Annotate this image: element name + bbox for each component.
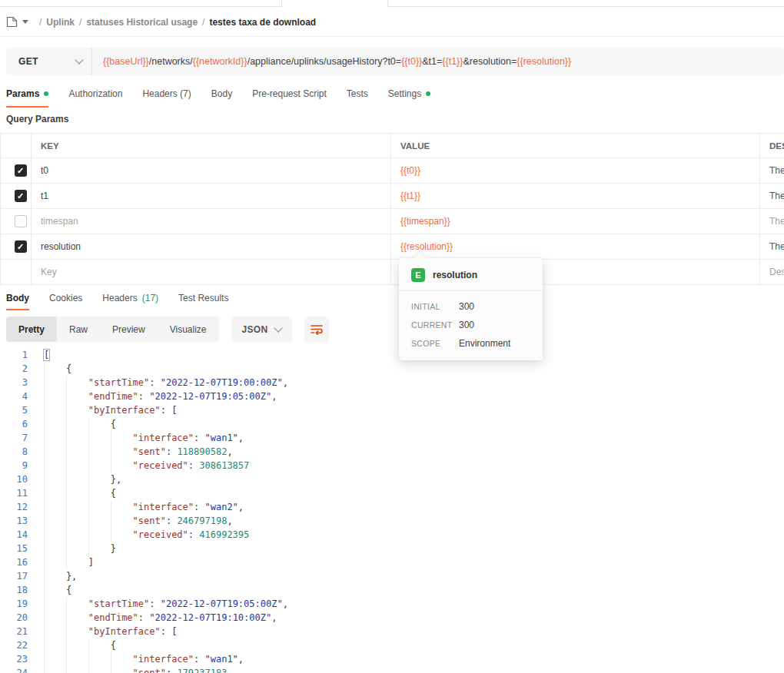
- response-body-code[interactable]: 1[2{3"startTime": "2022-12-07T19:00:00Z"…: [0, 348, 784, 673]
- indent-guide: [66, 417, 88, 431]
- response-tab-test-results[interactable]: Test Results: [178, 292, 228, 310]
- checkbox-checked[interactable]: ✓: [15, 190, 27, 202]
- param-description-cell[interactable]: The b: [760, 158, 784, 184]
- response-tab-cookies[interactable]: Cookies: [49, 292, 82, 310]
- line-number: 11: [0, 486, 28, 500]
- json-string: "2022-12-07T19:00:00Z": [161, 377, 283, 388]
- query-params-table: KEY VALUE DESCRIPTION ✓t0{{t0}}The b✓t1{…: [0, 133, 784, 285]
- json-key: "startTime": [88, 598, 149, 609]
- checkbox-unchecked[interactable]: [15, 215, 27, 227]
- indent-guide: [111, 445, 133, 459]
- request-method-select[interactable]: GET: [6, 48, 92, 75]
- indent-guide: [44, 638, 66, 652]
- file-menu-caret-icon[interactable]: [22, 20, 28, 24]
- param-key-cell[interactable]: resolution: [32, 234, 391, 260]
- code-line: 2{: [0, 362, 784, 376]
- checkbox-checked[interactable]: ✓: [15, 240, 27, 253]
- json-key: "endTime": [88, 612, 138, 623]
- param-row: timespan{{timespan}}The t: [1, 209, 784, 234]
- param-value-cell[interactable]: {{timespan}}: [391, 209, 760, 234]
- param-description-cell[interactable]: Description: [760, 260, 784, 285]
- header-count: (17): [142, 293, 158, 303]
- tab-params[interactable]: Params: [6, 86, 48, 108]
- code-line: 21"byInterface": [: [0, 625, 784, 638]
- indent-guide: [88, 652, 111, 666]
- line-number: 23: [0, 652, 28, 666]
- breadcrumb-separator: /: [79, 17, 81, 28]
- indent-guide: [44, 528, 66, 542]
- indent-guide: [44, 445, 66, 459]
- tab-authorization[interactable]: Authorization: [68, 86, 122, 108]
- variable-tooltip: E resolution INITIAL300CURRENT300SCOPEEn…: [399, 258, 543, 360]
- indent-guide: [44, 362, 66, 376]
- json-string: "2022-12-07T19:05:00Z": [161, 598, 283, 609]
- indent-guide: [111, 500, 133, 514]
- tooltip-row-value: 300: [459, 320, 474, 330]
- code-line-text: },: [44, 569, 77, 583]
- checkbox-cell: [1, 209, 32, 234]
- indent-guide: [44, 390, 66, 403]
- response-format-select[interactable]: JSON: [231, 317, 293, 342]
- url-input[interactable]: {{baseUrl}}/networks/{{networkId}}/appli…: [92, 48, 784, 75]
- indent-guide: [66, 597, 88, 611]
- indent-guide: [66, 555, 88, 569]
- indent-guide: [88, 500, 111, 514]
- view-pretty[interactable]: Pretty: [6, 317, 57, 342]
- view-raw[interactable]: Raw: [57, 317, 100, 342]
- checkbox-checked[interactable]: ✓: [15, 164, 27, 177]
- indent-guide: [111, 459, 133, 472]
- indent-guide: [44, 625, 66, 638]
- param-key-cell[interactable]: timespan: [32, 209, 391, 234]
- indent-guide: [66, 652, 88, 666]
- view-preview[interactable]: Preview: [100, 317, 158, 342]
- indent-guide: [66, 500, 88, 514]
- code-line: 7"interface": "wan1",: [0, 431, 784, 445]
- wrap-lines-button[interactable]: [304, 317, 329, 342]
- breadcrumb-segment-testes-taxa-de-download[interactable]: testes taxa de download: [209, 17, 316, 28]
- tab-body[interactable]: Body: [211, 86, 232, 108]
- response-tab-headers[interactable]: Headers(17): [102, 292, 158, 310]
- tab-settings[interactable]: Settings: [388, 86, 430, 108]
- breadcrumb-segment-uplink[interactable]: Uplink: [46, 17, 75, 28]
- tab-label: Headers (7): [142, 88, 191, 99]
- view-visualize[interactable]: Visualize: [158, 317, 219, 342]
- line-number: 16: [0, 555, 28, 569]
- environment-badge-icon: E: [411, 268, 425, 282]
- line-number: 9: [0, 459, 28, 472]
- code-line-text: "received": 308613857: [44, 459, 249, 472]
- tooltip-row-value: Environment: [459, 338, 510, 349]
- param-key-cell[interactable]: t1: [32, 184, 391, 209]
- param-description-cell[interactable]: The e: [760, 184, 784, 209]
- json-key: "interface": [133, 654, 194, 665]
- request-method-label: GET: [18, 56, 38, 67]
- tooltip-row-scope: SCOPEEnvironment: [399, 334, 543, 353]
- param-description-cell[interactable]: The t: [760, 234, 784, 260]
- code-line: 13"sent": 246797198,: [0, 514, 784, 528]
- indent-guide: [66, 486, 88, 500]
- indent-guide: [66, 542, 88, 555]
- tab-strip-left-segment[interactable]: [0, 0, 282, 7]
- tab-strip-right-segment[interactable]: [387, 0, 784, 7]
- breadcrumb-segment-statuses-historical-usage[interactable]: statuses Historical usage: [86, 17, 198, 28]
- breadcrumb-separator: /: [202, 17, 204, 28]
- indent-guide: [66, 459, 88, 472]
- code-line: 17},: [0, 569, 784, 583]
- code-line-text: "interface": "wan1",: [44, 652, 244, 666]
- param-value-cell[interactable]: {{t0}}: [391, 158, 760, 184]
- param-value-cell[interactable]: {{resolution}}: [391, 234, 760, 260]
- code-line-text: {: [44, 417, 116, 431]
- tab-headers-7[interactable]: Headers (7): [142, 86, 191, 108]
- code-line: 11{: [0, 486, 784, 500]
- param-key-cell[interactable]: t0: [32, 158, 391, 184]
- param-description-cell[interactable]: The t: [760, 209, 784, 234]
- response-tab-body[interactable]: Body: [6, 292, 29, 310]
- line-number: 5: [0, 403, 28, 417]
- indent-guide: [44, 472, 66, 486]
- param-key-cell[interactable]: Key: [32, 260, 391, 285]
- indent-guide: [88, 445, 111, 459]
- code-line: 10},: [0, 472, 784, 486]
- tab-tests[interactable]: Tests: [347, 86, 368, 108]
- param-row: ✓resolution{{resolution}}The t: [1, 234, 784, 260]
- param-value-cell[interactable]: {{t1}}: [391, 184, 760, 209]
- tab-pre-request-script[interactable]: Pre-request Script: [252, 86, 327, 108]
